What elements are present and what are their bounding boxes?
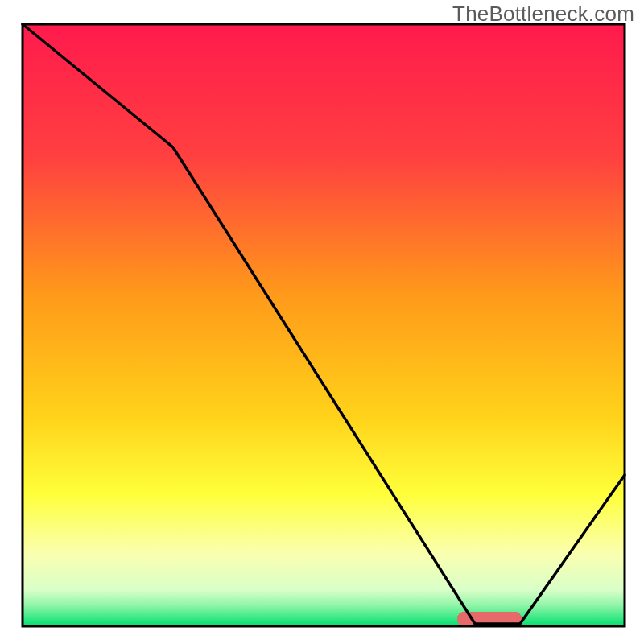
chart-viewport: TheBottleneck.com [0,0,644,644]
bottleneck-chart [0,0,644,644]
plot-background-h [23,24,625,626]
watermark-label: TheBottleneck.com [452,2,634,27]
